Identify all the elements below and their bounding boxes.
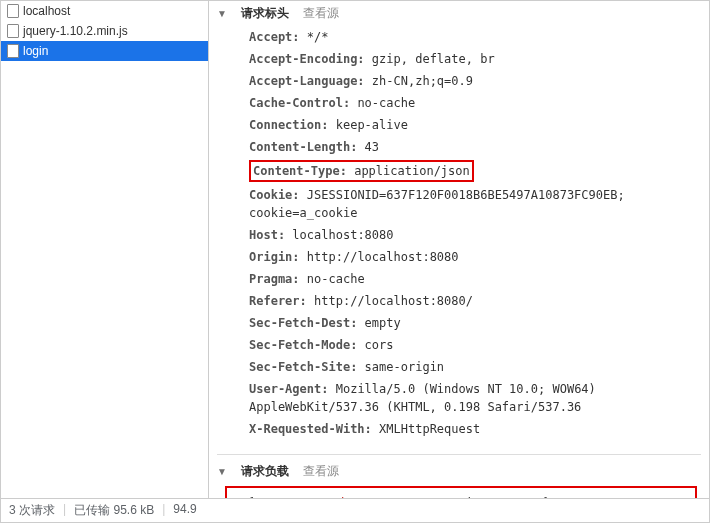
header-cookie: Cookie: JSESSIONID=637F120F0018B6BE5497A…	[249, 184, 691, 224]
divider: |	[156, 502, 171, 519]
header-user-agent: User-Agent: Mozilla/5.0 (Windows NT 10.0…	[249, 378, 691, 418]
header-accept-language: Accept-Language: zh-CN,zh;q=0.9	[249, 70, 691, 92]
status-requests: 3 次请求	[9, 502, 55, 519]
highlight-box: Content-Type: application/json	[249, 160, 474, 182]
section-title: 请求标头	[241, 5, 289, 22]
request-headers-section-header: ▼ 请求标头 查看源	[217, 1, 701, 24]
file-icon	[7, 24, 19, 38]
header-accept-encoding: Accept-Encoding: gzip, deflate, br	[249, 48, 691, 70]
header-sec-fetch-site: Sec-Fetch-Site: same-origin	[249, 356, 691, 378]
request-payload-section: ▼ 请求负载 查看源 ▼{username: "zhangsan", passw…	[217, 454, 701, 498]
view-source-link[interactable]: 查看源	[303, 463, 339, 480]
collapse-icon[interactable]: ▼	[217, 466, 227, 477]
divider: |	[57, 502, 72, 519]
header-cache-control: Cache-Control: no-cache	[249, 92, 691, 114]
sidebar-item-localhost[interactable]: localhost	[1, 1, 208, 21]
header-content-type: Content-Type: application/json	[249, 158, 691, 184]
statusbar: 3 次请求 | 已传输 95.6 kB | 94.9	[1, 498, 709, 522]
file-icon	[7, 4, 19, 18]
header-connection: Connection: keep-alive	[249, 114, 691, 136]
view-source-link[interactable]: 查看源	[303, 5, 339, 22]
header-accept: Accept: */*	[249, 26, 691, 48]
header-referer: Referer: http://localhost:8080/	[249, 290, 691, 312]
section-title: 请求负载	[241, 463, 289, 480]
details-panel: ▼ 请求标头 查看源 Accept: */* Accept-Encoding: …	[209, 1, 709, 498]
file-icon	[7, 44, 19, 58]
header-sec-fetch-mode: Sec-Fetch-Mode: cors	[249, 334, 691, 356]
sidebar-item-label: jquery-1.10.2.min.js	[23, 23, 128, 39]
sidebar-item-login[interactable]: login	[1, 41, 208, 61]
payload-highlight-box: ▼{username: "zhangsan", password: "12345…	[225, 486, 697, 498]
sidebar-item-jquery[interactable]: jquery-1.10.2.min.js	[1, 21, 208, 41]
request-list: localhost jquery-1.10.2.min.js login	[1, 1, 209, 498]
sidebar-item-label: localhost	[23, 3, 70, 19]
header-content-length: Content-Length: 43	[249, 136, 691, 158]
headers-list: Accept: */* Accept-Encoding: gzip, defla…	[217, 24, 701, 450]
header-origin: Origin: http://localhost:8080	[249, 246, 691, 268]
request-payload-section-header: ▼ 请求负载 查看源	[217, 459, 701, 482]
sidebar-item-label: login	[23, 43, 48, 59]
collapse-icon[interactable]: ▼	[217, 8, 227, 19]
status-resources: 94.9	[173, 502, 196, 519]
header-pragma: Pragma: no-cache	[249, 268, 691, 290]
header-host: Host: localhost:8080	[249, 224, 691, 246]
status-transferred: 已传输 95.6 kB	[74, 502, 154, 519]
header-sec-fetch-dest: Sec-Fetch-Dest: empty	[249, 312, 691, 334]
header-x-requested-with: X-Requested-With: XMLHttpRequest	[249, 418, 691, 440]
